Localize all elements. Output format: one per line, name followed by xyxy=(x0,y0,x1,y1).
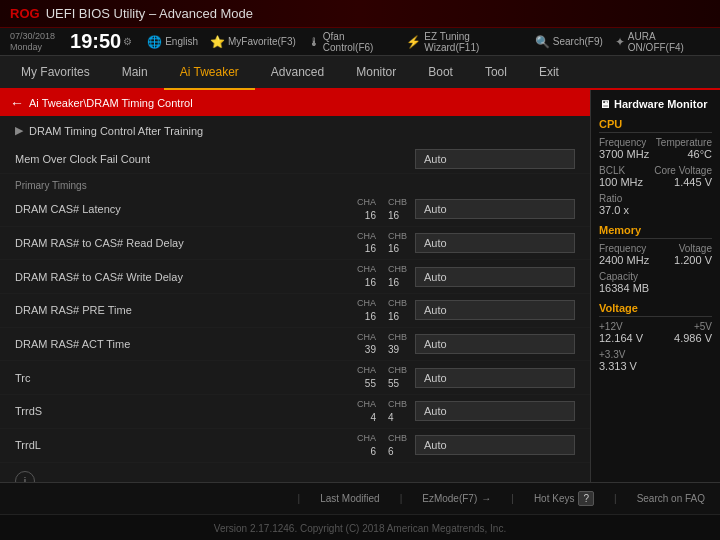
language-selector[interactable]: 🌐 English xyxy=(147,35,198,49)
setting-value-3[interactable]: Auto xyxy=(415,300,575,320)
setting-row: TrrdS CHA CHB 4 4 Auto xyxy=(0,395,590,429)
nav-ai-tweaker[interactable]: Ai Tweaker xyxy=(164,56,255,90)
hw-section-voltage: Voltage +12V 12.164 V +5V 4.986 V +3.3V … xyxy=(599,302,712,372)
setting-value-2[interactable]: Auto xyxy=(415,267,575,287)
info-bar: 07/30/2018 Monday 19:50 ⚙ 🌐 English ⭐ My… xyxy=(0,28,720,56)
nav-exit[interactable]: Exit xyxy=(523,56,575,88)
aura-label: AURA ON/OFF(F4) xyxy=(628,31,710,53)
rog-logo: ROG xyxy=(10,6,40,21)
hw-pair-1-0: Frequency 2400 MHz Voltage 1.200 V xyxy=(599,243,712,268)
setting-value-7[interactable]: Auto xyxy=(415,435,575,455)
my-favorite-btn[interactable]: ⭐ MyFavorite(F3) xyxy=(210,35,296,49)
mem-over-clock-row: Mem Over Clock Fail Count Auto xyxy=(0,145,590,174)
hw-item-0-4: Ratio 37.0 x xyxy=(599,193,712,216)
setting-channels-7: CHA CHB 6 6 xyxy=(357,433,407,458)
search-label: Search(F9) xyxy=(553,36,603,47)
nav-boot[interactable]: Boot xyxy=(412,56,469,88)
setting-label-0: DRAM CAS# Latency xyxy=(15,203,357,215)
hw-item-2-2: +3.3V 3.313 V xyxy=(599,349,712,372)
setting-row: DRAM RAS# PRE Time CHA CHB 16 16 Auto xyxy=(0,294,590,328)
ez-tuning-btn[interactable]: ⚡ EZ Tuning Wizard(F11) xyxy=(406,31,523,53)
nav-my-favorites[interactable]: My Favorites xyxy=(5,56,106,88)
primary-timings-label: Primary Timings xyxy=(0,174,590,193)
nav-monitor[interactable]: Monitor xyxy=(340,56,412,88)
ez-tuning-label: EZ Tuning Wizard(F11) xyxy=(424,31,523,53)
bottom-bar: | Last Modified | EzMode(F7) → | Hot Key… xyxy=(0,482,720,514)
star-icon: ⭐ xyxy=(210,35,225,49)
hw-section-cpu: CPU Frequency 3700 MHz Temperature 46°C … xyxy=(599,118,712,216)
setting-channels-6: CHA CHB 4 4 xyxy=(357,399,407,424)
setting-row: DRAM RAS# to CAS# Read Delay CHA CHB 16 … xyxy=(0,227,590,261)
last-modified-btn[interactable]: Last Modified xyxy=(320,493,379,504)
dram-section-label: DRAM Timing Control After Training xyxy=(29,125,203,137)
search-faq-btn[interactable]: Search on FAQ xyxy=(637,493,705,504)
footer: Version 2.17.1246. Copyright (C) 2018 Am… xyxy=(0,514,720,540)
info-button[interactable]: i xyxy=(15,471,35,483)
title-text: UEFI BIOS Utility – Advanced Mode xyxy=(46,6,253,21)
ez-mode-arrow: → xyxy=(481,493,491,504)
time-display: 19:50 xyxy=(70,30,121,53)
breadcrumb-arrow: ← xyxy=(10,95,24,111)
setting-channels-3: CHA CHB 16 16 xyxy=(357,298,407,323)
qfan-label: Qfan Control(F6) xyxy=(323,31,394,53)
footer-text: Version 2.17.1246. Copyright (C) 2018 Am… xyxy=(214,523,506,534)
hot-keys-label: Hot Keys xyxy=(534,493,575,504)
hw-section-memory: Memory Frequency 2400 MHz Voltage 1.200 … xyxy=(599,224,712,294)
monitor-icon: 🖥 xyxy=(599,98,610,110)
setting-channels-0: CHA CHB 16 16 xyxy=(357,197,407,222)
ez-mode-label: EzMode(F7) xyxy=(422,493,477,504)
hot-keys-btn[interactable]: Hot Keys ? xyxy=(534,491,594,506)
setting-row: DRAM RAS# to CAS# Write Delay CHA CHB 16… xyxy=(0,260,590,294)
dram-section-header[interactable]: ▶ DRAM Timing Control After Training xyxy=(0,116,590,145)
breadcrumb[interactable]: ← Ai Tweaker\DRAM Timing Control xyxy=(0,90,590,116)
last-modified-label: Last Modified xyxy=(320,493,379,504)
title-bar: ROG UEFI BIOS Utility – Advanced Mode xyxy=(0,0,720,28)
ez-mode-btn[interactable]: EzMode(F7) → xyxy=(422,493,491,504)
setting-label-5: Trc xyxy=(15,372,357,384)
nav-tool[interactable]: Tool xyxy=(469,56,523,88)
nav-advanced[interactable]: Advanced xyxy=(255,56,340,88)
setting-value-6[interactable]: Auto xyxy=(415,401,575,421)
nav-main[interactable]: Main xyxy=(106,56,164,88)
setting-value-0[interactable]: Auto xyxy=(415,199,575,219)
info-button-area: i xyxy=(0,463,590,483)
fan-icon: 🌡 xyxy=(308,35,320,49)
mem-over-clock-label: Mem Over Clock Fail Count xyxy=(15,153,415,165)
my-favorite-label: MyFavorite(F3) xyxy=(228,36,296,47)
hw-section-title-2: Voltage xyxy=(599,302,712,317)
setting-row: DRAM RAS# ACT Time CHA CHB 39 39 Auto xyxy=(0,328,590,362)
hw-section-title-1: Memory xyxy=(599,224,712,239)
setting-label-4: DRAM RAS# ACT Time xyxy=(15,338,357,350)
hw-monitor-title: 🖥 Hardware Monitor xyxy=(599,98,712,110)
settings-rows: DRAM CAS# Latency CHA CHB 16 16 Auto DRA… xyxy=(0,193,590,463)
setting-label-3: DRAM RAS# PRE Time xyxy=(15,304,357,316)
content-area: ← Ai Tweaker\DRAM Timing Control ▶ DRAM … xyxy=(0,90,720,482)
setting-channels-5: CHA CHB 55 55 xyxy=(357,365,407,390)
aura-btn[interactable]: ✦ AURA ON/OFF(F4) xyxy=(615,31,710,53)
setting-value-1[interactable]: Auto xyxy=(415,233,575,253)
setting-label-6: TrrdS xyxy=(15,405,357,417)
globe-icon: 🌐 xyxy=(147,35,162,49)
setting-channels-4: CHA CHB 39 39 xyxy=(357,332,407,357)
setting-label-7: TrrdL xyxy=(15,439,357,451)
qfan-btn[interactable]: 🌡 Qfan Control(F6) xyxy=(308,31,394,53)
setting-value-5[interactable]: Auto xyxy=(415,368,575,388)
setting-row: Trc CHA CHB 55 55 Auto xyxy=(0,361,590,395)
hw-pair-0-0: Frequency 3700 MHz Temperature 46°C xyxy=(599,137,712,162)
gear-icon: ⚙ xyxy=(123,36,132,47)
search-btn[interactable]: 🔍 Search(F9) xyxy=(535,35,603,49)
setting-label-1: DRAM RAS# to CAS# Read Delay xyxy=(15,237,357,249)
hw-section-title-0: CPU xyxy=(599,118,712,133)
main-nav: My Favorites Main Ai Tweaker Advanced Mo… xyxy=(0,56,720,90)
setting-row: DRAM CAS# Latency CHA CHB 16 16 Auto xyxy=(0,193,590,227)
language-label: English xyxy=(165,36,198,47)
setting-label-2: DRAM RAS# to CAS# Write Delay xyxy=(15,271,357,283)
date-display: 07/30/2018 xyxy=(10,31,55,42)
search-icon: 🔍 xyxy=(535,35,550,49)
mem-over-clock-value[interactable]: Auto xyxy=(415,149,575,169)
hw-pair-0-2: BCLK 100 MHz Core Voltage 1.445 V xyxy=(599,165,712,190)
setting-value-4[interactable]: Auto xyxy=(415,334,575,354)
hw-sections: CPU Frequency 3700 MHz Temperature 46°C … xyxy=(599,118,712,372)
aura-icon: ✦ xyxy=(615,35,625,49)
day-display: Monday xyxy=(10,42,55,53)
